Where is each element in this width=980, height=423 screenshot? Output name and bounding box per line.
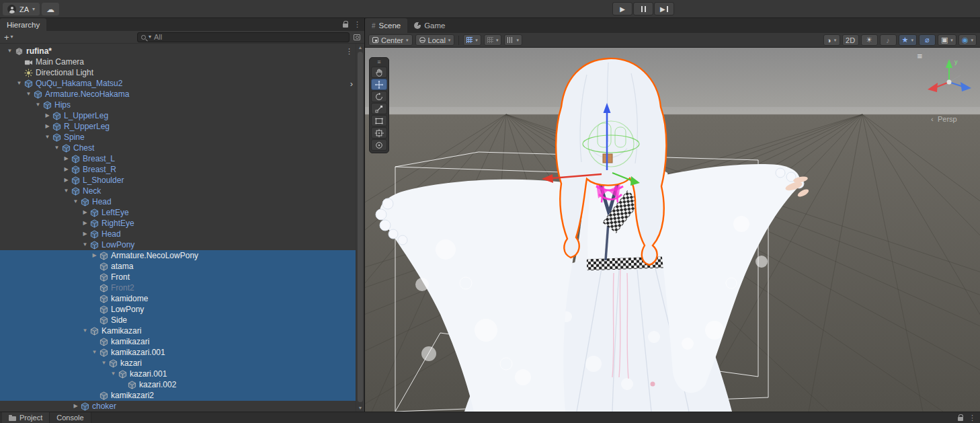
expander-open-icon[interactable]: ▼	[62, 186, 71, 196]
tab-game[interactable]: Game	[407, 18, 452, 33]
hierarchy-item[interactable]: ▶Head	[0, 229, 364, 239]
shading-mode-dropdown[interactable]: ◑▾	[823, 34, 840, 46]
hierarchy-item[interactable]: ▶RightEye	[0, 218, 364, 229]
pause-button[interactable]	[633, 2, 653, 15]
hierarchy-item[interactable]: kamidome	[0, 293, 364, 304]
hierarchy-item[interactable]: kazari.002	[0, 379, 364, 390]
expander-open-icon[interactable]: ▼	[5, 46, 14, 56]
hierarchy-item[interactable]: ▶L_Shoulder	[0, 175, 364, 186]
rect-tool[interactable]	[371, 115, 387, 126]
expander-closed-icon[interactable]: ▶	[43, 110, 52, 121]
expander-open-icon[interactable]: ▼	[81, 239, 89, 250]
scroll-up-icon[interactable]: ▲	[356, 45, 364, 50]
hierarchy-item[interactable]: ▼rufina*⋮	[0, 46, 364, 56]
scene-visibility-toggle[interactable]: ⌀	[919, 34, 936, 46]
hierarchy-item[interactable]: ▶choker	[0, 401, 364, 412]
expander-open-icon[interactable]: ▼	[81, 325, 89, 336]
hierarchy-item[interactable]: ▼Chest	[0, 143, 364, 153]
hierarchy-item[interactable]: ▼Spine	[0, 132, 364, 143]
hierarchy-item[interactable]: ▶LeftEye	[0, 207, 364, 218]
hierarchy-item[interactable]: ▶Breast_L	[0, 153, 364, 164]
open-prefab-icon[interactable]: ›	[350, 78, 353, 89]
scene-viewport[interactable]: y ‹ Persp ≡ ≡	[365, 48, 980, 412]
scene-menu-icon[interactable]: ⋮	[345, 46, 353, 56]
search-window-button[interactable]	[354, 34, 360, 40]
2d-toggle[interactable]: 2D	[842, 34, 859, 46]
play-button[interactable]: ▶	[612, 2, 632, 15]
hierarchy-item[interactable]: Front	[0, 272, 364, 282]
hierarchy-item[interactable]: atama	[0, 261, 364, 272]
hierarchy-item[interactable]: ▼Neck	[0, 186, 364, 196]
panel-menu-icon[interactable]: ⋮	[969, 414, 976, 422]
view-tool[interactable]	[371, 67, 387, 78]
hierarchy-item[interactable]: ▶Breast_R	[0, 164, 364, 175]
hierarchy-item[interactable]: ▼LowPony	[0, 239, 364, 250]
expander-closed-icon[interactable]: ▶	[81, 207, 89, 218]
hierarchy-item[interactable]: ▼kazari	[0, 358, 364, 369]
account-button[interactable]: ZA ▾	[3, 3, 40, 15]
overlay-drag-handle-icon[interactable]: ≡	[370, 59, 389, 66]
hierarchy-item[interactable]: ▼kamikazari.001	[0, 347, 364, 358]
rotate-tool[interactable]	[371, 91, 387, 102]
custom-tool[interactable]	[371, 139, 387, 151]
expander-closed-icon[interactable]: ▶	[81, 229, 89, 239]
expander-closed-icon[interactable]: ▶	[62, 153, 71, 164]
create-menu-button[interactable]: + ▾	[4, 32, 13, 42]
grid-visibility-dropdown[interactable]: ▾	[463, 34, 481, 46]
hierarchy-item[interactable]: kamikazari2	[0, 390, 364, 401]
step-button[interactable]: ▶	[654, 2, 674, 15]
orientation-dropdown[interactable]: Local ▾	[415, 34, 455, 46]
transform-tool[interactable]	[371, 127, 387, 139]
camera-view-dropdown[interactable]: ▣▾	[938, 34, 956, 46]
pivot-mode-dropdown[interactable]: Center ▾	[368, 34, 413, 46]
projection-label[interactable]: Persp	[938, 115, 957, 123]
panel-menu-icon[interactable]: ⋮	[354, 20, 361, 29]
snap-increment-dropdown[interactable]: ▾	[504, 34, 522, 46]
expander-open-icon[interactable]: ▼	[43, 132, 52, 143]
expander-closed-icon[interactable]: ▶	[81, 218, 89, 229]
expander-open-icon[interactable]: ▼	[90, 347, 99, 358]
expander-closed-icon[interactable]: ▶	[62, 164, 71, 175]
expander-open-icon[interactable]: ▼	[15, 78, 24, 89]
scale-tool[interactable]	[371, 103, 387, 114]
overlay-menu-button[interactable]: ≡	[917, 52, 922, 61]
hierarchy-item[interactable]: Main Camera	[0, 56, 364, 67]
gizmo-collapse-icon[interactable]: ‹	[931, 115, 934, 123]
effects-dropdown[interactable]: ★▾	[899, 34, 917, 46]
hierarchy-item[interactable]: ▼Hips	[0, 100, 364, 110]
tab-console[interactable]: Console	[50, 412, 91, 423]
hierarchy-item[interactable]: ▼Armature.NecoHakama	[0, 89, 364, 100]
expander-open-icon[interactable]: ▼	[34, 100, 42, 110]
hierarchy-scrollbar[interactable]: ▲ ▼	[356, 44, 364, 412]
cloud-services-button[interactable]: ☁	[42, 3, 59, 15]
tab-project[interactable]: Project	[2, 412, 50, 423]
audio-toggle[interactable]: ♪	[880, 34, 897, 46]
expander-open-icon[interactable]: ▼	[24, 89, 33, 100]
hierarchy-item[interactable]: ▼QuQu_Hakama_Matsu2›	[0, 78, 364, 89]
hierarchy-item[interactable]: Front2	[0, 282, 364, 293]
hierarchy-item[interactable]: ▼kazari.001	[0, 369, 364, 379]
lighting-toggle[interactable]: ☀	[861, 34, 878, 46]
grid-snapping-toggle[interactable]: ▾	[484, 34, 502, 46]
scroll-down-icon[interactable]: ▼	[356, 406, 364, 410]
expander-open-icon[interactable]: ▼	[99, 358, 108, 369]
hierarchy-item[interactable]: ▼Head	[0, 196, 364, 207]
lock-icon[interactable]	[958, 417, 963, 421]
hierarchy-item[interactable]: ▶R_UpperLeg	[0, 121, 364, 132]
expander-open-icon[interactable]: ▼	[52, 143, 61, 153]
expander-closed-icon[interactable]: ▶	[62, 175, 71, 186]
expander-open-icon[interactable]: ▼	[71, 196, 80, 207]
hierarchy-item[interactable]: kamikazari	[0, 336, 364, 347]
scrollbar-thumb[interactable]	[358, 52, 363, 402]
expander-closed-icon[interactable]: ▶	[71, 401, 80, 412]
expander-closed-icon[interactable]: ▶	[43, 121, 52, 132]
expander-open-icon[interactable]: ▼	[109, 369, 118, 379]
expander-closed-icon[interactable]: ▶	[90, 250, 99, 261]
hierarchy-item[interactable]: LowPony	[0, 304, 364, 315]
hierarchy-item[interactable]: Directional Light	[0, 67, 364, 78]
hierarchy-item[interactable]: ▶Armature.NecoLowPony	[0, 250, 364, 261]
tab-scene[interactable]: # Scene	[365, 18, 407, 33]
search-input[interactable]: ▾ All	[137, 32, 350, 42]
hierarchy-item[interactable]: Side	[0, 315, 364, 325]
move-tool[interactable]	[371, 79, 387, 90]
